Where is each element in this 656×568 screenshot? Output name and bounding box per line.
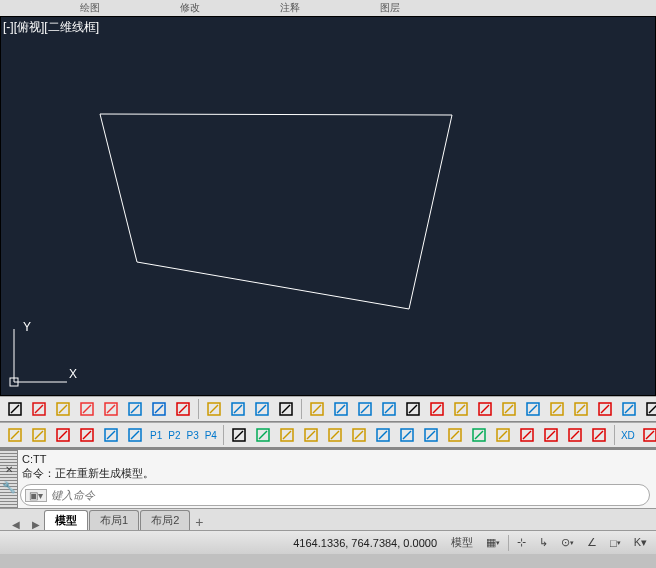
svg-line-74 xyxy=(235,431,243,439)
pbox2-icon[interactable] xyxy=(124,424,146,446)
vbar-icon[interactable] xyxy=(639,424,656,446)
copy-icon[interactable] xyxy=(251,398,273,420)
svg-line-94 xyxy=(475,431,483,439)
command-input-row[interactable]: ▣▾ xyxy=(20,484,650,506)
dash1-icon[interactable] xyxy=(330,398,352,420)
lay5-icon[interactable] xyxy=(372,424,394,446)
command-close-icon[interactable]: ✕ xyxy=(5,464,13,475)
rainbow-icon[interactable] xyxy=(172,398,194,420)
pal-icon[interactable] xyxy=(468,424,490,446)
p2-lbl[interactable]: P2 xyxy=(166,430,182,441)
box3-icon[interactable] xyxy=(124,398,146,420)
magnet-icon[interactable] xyxy=(474,398,496,420)
red-x-icon[interactable] xyxy=(52,424,74,446)
svg-line-28 xyxy=(313,405,321,413)
brush-icon[interactable] xyxy=(546,398,568,420)
hatch-icon[interactable] xyxy=(148,398,170,420)
dl-icon[interactable] xyxy=(516,424,538,446)
ucs-icon[interactable]: Y X xyxy=(9,319,79,389)
status-grid-icon[interactable]: ▦▾ xyxy=(481,534,505,551)
status-snap-icon[interactable]: ⊹ xyxy=(512,534,531,551)
layout-tab[interactable]: 布局2 xyxy=(140,510,190,530)
ribbon-tab[interactable]: 修改 xyxy=(180,1,200,15)
ribbon-tab[interactable]: 绘图 xyxy=(80,1,100,15)
clr-icon[interactable] xyxy=(588,424,610,446)
boxes-icon[interactable] xyxy=(618,398,640,420)
command-handle[interactable]: ✕ 🔧 xyxy=(0,450,18,508)
combo-icon[interactable] xyxy=(594,398,616,420)
lay2-icon[interactable] xyxy=(276,424,298,446)
dd-icon[interactable] xyxy=(492,424,514,446)
rb-icon[interactable] xyxy=(564,424,586,446)
svg-line-8 xyxy=(59,405,67,413)
color-icon[interactable] xyxy=(275,398,297,420)
svg-line-92 xyxy=(451,431,459,439)
svg-line-66 xyxy=(59,431,67,439)
status-coordinates[interactable]: 4164.1336, 764.7384, 0.0000 xyxy=(273,537,443,549)
tab-nav-prev-icon[interactable]: ◀ xyxy=(8,519,24,530)
zeo-icon[interactable] xyxy=(450,398,472,420)
ribbon-tab[interactable]: 注释 xyxy=(280,1,300,15)
arr1-icon[interactable] xyxy=(378,398,400,420)
svg-line-32 xyxy=(361,405,369,413)
pbox1-icon[interactable] xyxy=(100,424,122,446)
clip-icon[interactable] xyxy=(228,424,250,446)
status-kv-icon[interactable]: K▾ xyxy=(629,534,652,551)
p3-lbl[interactable]: P3 xyxy=(184,430,200,441)
brush2-icon[interactable] xyxy=(570,398,592,420)
bulb2-icon[interactable] xyxy=(348,424,370,446)
status-space-button[interactable]: 模型 xyxy=(446,533,478,552)
vm-icon[interactable] xyxy=(52,398,74,420)
command-prompt-icon[interactable]: ▣▾ xyxy=(25,489,47,502)
svg-line-40 xyxy=(457,405,465,413)
lay1-icon[interactable] xyxy=(252,424,274,446)
lay3-icon[interactable] xyxy=(300,424,322,446)
ucs-x-label: X xyxy=(69,367,77,381)
status-osnap-icon[interactable]: □▾ xyxy=(605,535,626,551)
tab-add-icon[interactable]: + xyxy=(191,514,207,530)
star-icon[interactable] xyxy=(402,398,424,420)
open-icon[interactable] xyxy=(28,424,50,446)
lock-icon[interactable] xyxy=(203,398,225,420)
lay7-icon[interactable] xyxy=(420,424,442,446)
drawing-canvas[interactable] xyxy=(1,17,656,397)
grid-icon[interactable] xyxy=(426,398,448,420)
command-input[interactable] xyxy=(51,489,645,501)
lay4-icon[interactable] xyxy=(324,424,346,446)
status-angle-icon[interactable]: ∠ xyxy=(582,534,602,551)
cut-icon[interactable] xyxy=(522,398,544,420)
move-icon[interactable] xyxy=(642,398,656,420)
svg-line-44 xyxy=(505,405,513,413)
svg-line-82 xyxy=(331,431,339,439)
mgraph-icon[interactable] xyxy=(76,424,98,446)
svg-line-104 xyxy=(595,431,603,439)
toolbar-1 xyxy=(0,396,656,422)
svg-line-88 xyxy=(403,431,411,439)
folder-icon[interactable] xyxy=(4,424,26,446)
x-icon[interactable] xyxy=(540,424,562,446)
command-wrench-icon[interactable]: 🔧 xyxy=(2,481,16,494)
drawn-polyline[interactable] xyxy=(100,114,452,309)
p4-lbl[interactable]: P4 xyxy=(203,430,219,441)
dash2-icon[interactable] xyxy=(354,398,376,420)
status-polar-icon[interactable]: ⊙▾ xyxy=(556,534,579,551)
box2-icon[interactable] xyxy=(100,398,122,420)
status-ortho-icon[interactable]: ↳ xyxy=(534,534,553,551)
svg-line-6 xyxy=(35,405,43,413)
ribbon-tab[interactable]: 图层 xyxy=(380,1,400,15)
icon-a[interactable] xyxy=(4,398,26,420)
box1-icon[interactable] xyxy=(76,398,98,420)
tag-icon[interactable] xyxy=(498,398,520,420)
layout-tab[interactable]: 布局1 xyxy=(89,510,139,530)
layer-icon[interactable] xyxy=(227,398,249,420)
drawing-viewport[interactable]: [-][俯视][二维线框] Y X xyxy=(0,16,656,396)
lay6-icon[interactable] xyxy=(396,424,418,446)
xd-lbl[interactable]: XD xyxy=(619,430,637,441)
p1-lbl[interactable]: P1 xyxy=(148,430,164,441)
svg-line-100 xyxy=(547,431,555,439)
ax-icon[interactable] xyxy=(28,398,50,420)
layout-tab[interactable]: 模型 xyxy=(44,510,88,530)
tab-nav-next-icon[interactable]: ▶ xyxy=(28,519,44,530)
bulb3-icon[interactable] xyxy=(444,424,466,446)
sel1-icon[interactable] xyxy=(306,398,328,420)
